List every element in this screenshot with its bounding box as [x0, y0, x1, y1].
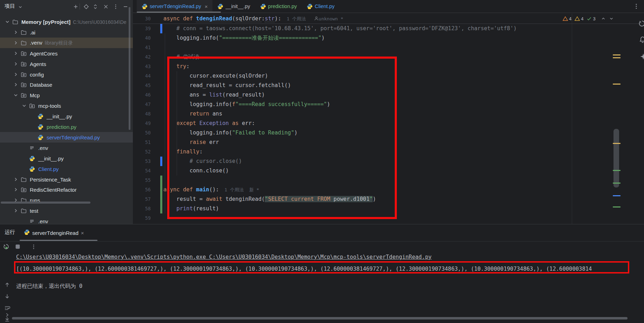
- stripe-mark[interactable]: [613, 195, 621, 196]
- python-icon: [142, 4, 148, 9]
- chevron-down-icon[interactable]: [5, 19, 10, 25]
- chevron-down-icon[interactable]: [21, 103, 27, 108]
- chevron-right-icon[interactable]: [13, 82, 19, 87]
- chevron-right-icon[interactable]: [4, 312, 10, 319]
- code-line-40[interactable]: 40 logging.info("=========准备开始读=========…: [133, 33, 644, 43]
- tree-item-runs[interactable]: runs: [0, 195, 133, 205]
- more-options-icon[interactable]: [112, 3, 119, 10]
- vcs-change-bar[interactable]: [160, 204, 162, 213]
- toolbar-separator: [80, 4, 80, 9]
- tab-prediction.py[interactable]: prediction.py: [255, 0, 302, 13]
- stripe-mark[interactable]: [613, 206, 621, 207]
- console-command-line[interactable]: C:\Users\U03016034\Desktop\Memory\.venv\…: [16, 254, 432, 260]
- chevron-down-icon[interactable]: [13, 92, 19, 98]
- notifications-bell-icon[interactable]: [639, 36, 644, 45]
- refresh-icon[interactable]: [638, 20, 644, 29]
- console-exit-line: 进程已结束，退出代码为 0: [16, 283, 82, 290]
- stop-button[interactable]: [15, 244, 20, 251]
- hide-panel-icon[interactable]: [122, 3, 129, 10]
- tree-item-RedisClientRefactor[interactable]: RedisClientRefactor: [0, 184, 133, 195]
- arrow-up-icon[interactable]: [4, 282, 10, 289]
- stripe-mark[interactable]: [613, 183, 621, 184]
- package-folder-icon: [21, 61, 27, 67]
- code-line-41[interactable]: 41: [133, 43, 644, 52]
- tree-item-.venv[interactable]: .venvlibrary根目录: [0, 38, 133, 48]
- chevron-right-icon: [13, 187, 19, 192]
- vcs-change-bar[interactable]: [160, 157, 162, 166]
- tree-item-__init__.py[interactable]: __init__.py: [0, 153, 133, 164]
- passed-indicator[interactable]: 3: [587, 16, 595, 21]
- run-panel-title[interactable]: 运行: [5, 229, 15, 236]
- more-options-icon[interactable]: [633, 3, 639, 11]
- prev-problem-button[interactable]: [601, 16, 606, 21]
- next-problem-button[interactable]: [609, 16, 614, 21]
- run-tab[interactable]: serverTdenginRead ×: [20, 226, 88, 239]
- vcs-change-bar[interactable]: [160, 176, 162, 185]
- tree-item-.env[interactable]: .env: [0, 216, 133, 224]
- rerun-button[interactable]: [3, 243, 9, 251]
- vcs-change-bar[interactable]: [160, 195, 162, 204]
- project-panel-header: 项目: [0, 0, 133, 13]
- project-panel-title[interactable]: 项目: [5, 3, 15, 9]
- tree-item-prediction.py[interactable]: prediction.py: [0, 121, 133, 132]
- tree-vertical-scrollbar[interactable]: [129, 7, 130, 130]
- package-folder-icon: [21, 187, 27, 193]
- tree-item-.ai[interactable]: .ai: [0, 27, 133, 38]
- stripe-mark[interactable]: [613, 143, 621, 144]
- soft-wrap-icon[interactable]: [4, 305, 10, 312]
- run-panel: 运行 serverTdenginRead ×: [0, 224, 644, 323]
- tree-horizontal-scrollbar[interactable]: [1, 202, 90, 204]
- tree-item-Agents[interactable]: Agents: [0, 59, 133, 69]
- chevron-right-icon[interactable]: [13, 187, 19, 192]
- chevron-right-icon[interactable]: [13, 40, 19, 46]
- run-toolbar: [3, 243, 36, 251]
- more-options-icon[interactable]: [31, 244, 36, 251]
- tab-serverTdenginRead.py[interactable]: serverTdenginRead.py×: [137, 0, 212, 13]
- chevron-right-icon[interactable]: [13, 29, 19, 35]
- warning-indicator[interactable]: 4: [575, 16, 583, 21]
- tree-item-serverTdenginRead.py[interactable]: serverTdenginRead.py: [0, 132, 133, 143]
- tab-Client.py[interactable]: Client.py: [302, 0, 339, 13]
- close-icon[interactable]: ×: [205, 4, 208, 9]
- tree-item-config[interactable]: config: [0, 69, 133, 80]
- stripe-mark[interactable]: [613, 57, 621, 58]
- stripe-mark[interactable]: [613, 84, 621, 85]
- tab-__init__.py[interactable]: __init__.py: [212, 0, 255, 13]
- tree-item-Persistence_Task[interactable]: Persistence_Task: [0, 174, 133, 185]
- tree-item-Mcp[interactable]: Mcp: [0, 90, 133, 100]
- vcs-change-bar[interactable]: [160, 185, 162, 195]
- tree-item-test[interactable]: test: [0, 205, 133, 216]
- collapse-all-icon[interactable]: [102, 3, 109, 10]
- code-line-39[interactable]: 39 # conn = taosws.connect(host='10.68.4…: [133, 24, 644, 33]
- console-horizontal-scrollbar[interactable]: [12, 317, 628, 319]
- vcs-change-bar[interactable]: [160, 24, 162, 33]
- chevron-right-icon[interactable]: [13, 72, 19, 77]
- tree-item-mcp-tools[interactable]: mcp-tools: [0, 100, 133, 111]
- chevron-right-icon[interactable]: [13, 51, 19, 56]
- error-indicator[interactable]: 4: [563, 16, 571, 21]
- editor-scrollbar-thumb[interactable]: [614, 129, 619, 187]
- tree-item-AgentCores[interactable]: AgentCores: [0, 48, 133, 59]
- ai-sparkle-icon[interactable]: [639, 53, 644, 62]
- tree-item-Client.py[interactable]: Client.py: [0, 164, 133, 174]
- expand-collapse-icon[interactable]: [92, 3, 99, 10]
- locate-file-icon[interactable]: [83, 3, 90, 10]
- tree-item-__init__.py[interactable]: __init__.py: [0, 111, 133, 121]
- warning-count: 4: [581, 16, 583, 21]
- run-tab-label: serverTdenginRead: [32, 230, 79, 236]
- chevron-right-icon[interactable]: [13, 177, 19, 182]
- add-icon[interactable]: [72, 3, 79, 10]
- close-icon[interactable]: ×: [81, 230, 84, 236]
- stripe-mark[interactable]: [613, 54, 621, 55]
- inspections-widget[interactable]: 4 4 3: [563, 15, 614, 22]
- chevron-right-icon[interactable]: [13, 208, 19, 213]
- tree-item-MemorypyProject[interactable]: Memory [pyProject]C:\Users\U03016034\De: [0, 17, 133, 27]
- python-icon: [217, 4, 223, 9]
- chevron-right-icon[interactable]: [13, 61, 19, 67]
- arrow-down-icon[interactable]: [4, 293, 10, 301]
- stripe-mark[interactable]: [613, 170, 621, 171]
- chevron-down-icon[interactable]: [17, 4, 24, 11]
- tree-item-.env[interactable]: .env: [0, 143, 133, 153]
- tree-item-Database[interactable]: Database: [0, 79, 133, 90]
- package-folder-icon: [21, 51, 27, 57]
